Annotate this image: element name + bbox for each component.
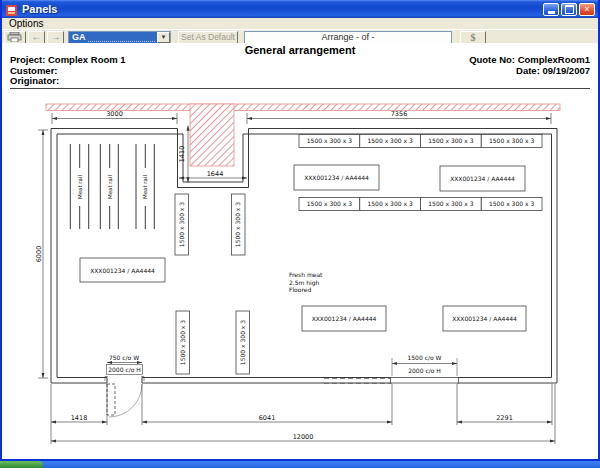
shelf-label: 1500 x 300 x 3 [367,200,412,207]
close-icon: × [584,5,589,14]
meat-rail-label: Meat rail [142,174,148,199]
dim-recess-width: 1644 [207,170,224,178]
menu-options[interactable]: Options [3,18,49,29]
close-button[interactable]: × [579,3,595,16]
app-icon [5,3,18,16]
originator-label: Originator: [10,76,126,87]
toolbar: ← → GA ▼ Set As Default Arrange - of - $ [2,29,598,44]
dim-bottom-middle: 6041 [259,414,276,422]
maximize-icon [565,5,574,14]
door-labels: 750 c/o W 2000 c/o H 1500 c/o W 2000 c/o… [107,354,458,376]
arrange-status-field[interactable]: Arrange - of - [244,31,452,44]
forward-button[interactable]: → [47,31,64,44]
shelf-label: 1500 x 300 x 3 [179,320,186,365]
shelf-label: 1500 x 300 x 3 [489,137,534,144]
date-label: Date: 09/19/2007 [469,66,590,77]
chevron-down-icon[interactable]: ▼ [157,32,170,43]
dim-top-left: 3000 [106,110,123,118]
shelf-label: 1500 x 300 x 3 [307,137,352,144]
dim-bottom-right: 2291 [496,414,513,422]
printer-icon [7,32,23,42]
view-combo-value: GA [69,32,86,42]
door-width-label: 1500 c/o W [407,354,441,361]
title-bar[interactable]: Panels × [2,0,598,18]
print-button[interactable] [4,31,26,44]
dim-recess-depth: 1410 [178,146,186,163]
door-width-label: 750 c/o W [109,354,139,361]
shelf-label: 1500 x 300 x 3 [489,200,534,207]
shelf-label: 1500 x 300 x 3 [307,200,352,207]
meat-rail-label: Meat rail [77,174,83,199]
room-notes: Fresh meat 2.5m high Floored [289,271,323,293]
dim-room-depth: 6000 [35,246,43,263]
shelf-label: 1500 x 300 x 3 [239,320,246,365]
hinged-door [105,377,144,418]
door-height-label: 2000 c/o H [408,367,441,374]
shelf-label: 1500 x 300 x 3 [428,200,473,207]
quote-no-label: Quote No: ComplexRoom1 [469,55,590,66]
project-label: Project: Complex Room 1 [10,55,126,66]
shelf-label: 1500 x 300 x 3 [367,137,412,144]
arrange-status-text: Arrange - of - [321,32,374,42]
view-combo[interactable]: GA ▼ [68,31,171,44]
maximize-button[interactable] [561,3,577,16]
unit-label: XXX001234 / AA4444 [452,315,517,322]
unit-label: XXX001234 / AA4444 [312,315,377,322]
price-button[interactable]: $ [460,31,486,44]
combo-leader-dots [88,33,156,42]
right-arrow-icon: → [51,32,61,42]
shelf-label: 1500 x 300 x 3 [234,202,241,247]
header-divider [10,88,590,89]
project-block: Project: Complex Room 1 Customer: Origin… [10,55,126,87]
left-arrow-icon: ← [32,32,42,42]
unit-label: XXX001234 / AA4444 [450,175,515,182]
document-area: General arrangement Project: Complex Roo… [2,43,598,459]
minimize-icon [548,11,555,14]
window-title: Panels [22,3,543,15]
meat-rail-label: Meat rail [107,174,113,199]
unit-label: XXX001234 / AA4444 [304,174,369,181]
unit-label: XXX001234 / AA4444 [90,267,155,274]
back-button[interactable]: ← [28,31,45,44]
shelf-label: 1500 x 300 x 3 [428,137,473,144]
room-note: Floored [289,286,311,293]
panels-window: Panels × Options ← → GA ▼ Set As Default… [0,0,600,461]
taskbar[interactable] [0,461,600,468]
dim-top-right: 7356 [391,110,408,118]
dim-bottom-left: 1418 [71,414,88,422]
shelf-label: 1500 x 300 x 3 [178,202,185,247]
minimize-button[interactable] [543,3,559,16]
floor-plan: Meat rail Meat rail Meat rail 1500 x 300… [2,95,600,455]
room-note: Fresh meat [289,271,323,278]
start-button[interactable] [0,461,43,468]
set-as-default-button[interactable]: Set As Default [178,31,238,44]
dim-total-width: 12000 [293,433,314,441]
door-height-label: 2000 c/o H [108,366,141,373]
meat-rail-labels: Meat rail Meat rail Meat rail [76,168,150,206]
quote-block: Quote No: ComplexRoom1 Date: 09/19/2007 [469,55,590,76]
menu-bar: Options [2,18,598,29]
